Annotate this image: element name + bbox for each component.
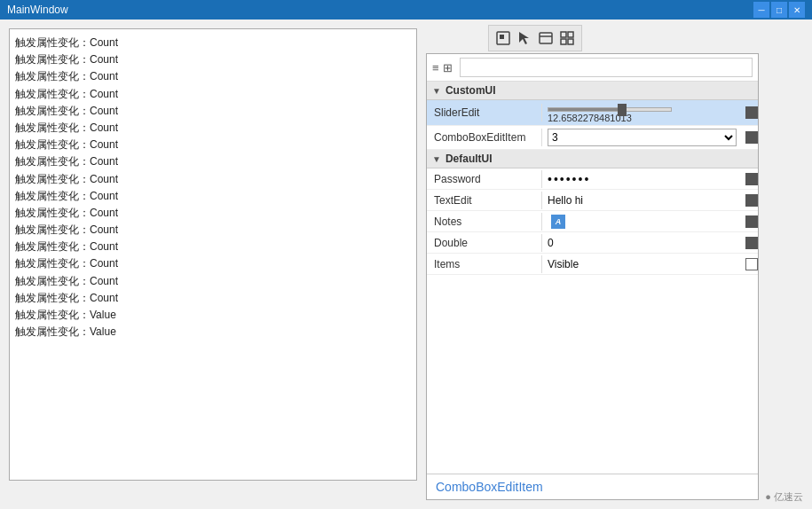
collapse-icon: ▼: [432, 86, 441, 96]
log-entry: 触发属性变化：Count: [15, 35, 411, 51]
slider-edit-checkbox[interactable]: [745, 106, 758, 119]
property-list: ▼ CustomUI SliderEdit 12.6582278481013: [427, 82, 758, 474]
log-entry: 触发属性变化：Count: [15, 68, 411, 85]
slider-edit-label: SliderEdit: [427, 104, 542, 121]
notes-label: Notes: [427, 213, 542, 231]
log-panel[interactable]: 触发属性变化：Count触发属性变化：Count触发属性变化：Count触发属性…: [9, 28, 417, 481]
notes-value[interactable]: A: [542, 212, 742, 231]
password-dots: •••••••: [548, 172, 590, 186]
password-label: Password: [427, 170, 542, 188]
text-edit-label: TextEdit: [427, 192, 542, 209]
property-search-input[interactable]: [460, 58, 753, 77]
svg-rect-5: [561, 32, 566, 37]
log-entry: 触发属性变化：Count: [15, 153, 411, 170]
svg-rect-7: [561, 39, 566, 44]
log-entry: 触发属性变化：Count: [15, 137, 411, 153]
log-entry: 触发属性变化：Count: [15, 239, 411, 255]
close-button[interactable]: ✕: [789, 2, 805, 18]
minimize-button[interactable]: ─: [753, 2, 769, 18]
log-entry: 触发属性变化：Count: [15, 171, 411, 188]
log-entry: 触发属性变化：Count: [15, 255, 411, 272]
svg-rect-6: [568, 32, 573, 37]
log-entry: 触发属性变化：Count: [15, 222, 411, 239]
maximize-button[interactable]: □: [771, 2, 787, 18]
main-content: 触发属性变化：Count触发属性变化：Count触发属性变化：Count触发属性…: [0, 20, 812, 509]
title-bar: MainWindow ─ □ ✕: [0, 0, 812, 20]
property-search-bar: ≡ ⊞: [427, 54, 758, 82]
password-value[interactable]: •••••••: [542, 169, 742, 189]
text-edit-checkbox[interactable]: [745, 194, 758, 207]
combobox-edit-row: ComboBoxEditItem 3 1 2 4: [427, 126, 758, 150]
window-tool-button[interactable]: [536, 28, 556, 48]
custom-ui-section-header[interactable]: ▼ CustomUI: [427, 82, 758, 100]
log-entry: 触发属性变化：Value: [15, 324, 411, 341]
password-row: Password •••••••: [427, 168, 758, 190]
double-checkbox[interactable]: [745, 237, 758, 249]
text-edit-value[interactable]: Hello hi: [542, 192, 742, 209]
log-entry: 触发属性变化：Count: [15, 205, 411, 222]
list-view-icon[interactable]: ≡: [432, 61, 439, 74]
slider-edit-value[interactable]: 12.6582278481013: [542, 100, 742, 125]
double-value[interactable]: 0: [542, 234, 742, 252]
floating-toolbar: [488, 25, 582, 51]
notes-row: Notes A: [427, 211, 758, 232]
items-row: Items Visible: [427, 254, 758, 275]
log-entry: 触发属性变化：Count: [15, 86, 411, 103]
log-entry: 触发属性变化：Count: [15, 273, 411, 290]
text-edit-row: TextEdit Hello hi: [427, 190, 758, 211]
log-entry: 触发属性变化：Count: [15, 290, 411, 307]
items-label: Items: [427, 255, 542, 273]
select-tool-button[interactable]: [493, 28, 513, 48]
log-entry: 触发属性变化：Count: [15, 51, 411, 68]
default-ui-label: DefaultUI: [445, 153, 493, 165]
log-entry: 触发属性变化：Count: [15, 188, 411, 205]
title-bar-controls: ─ □ ✕: [753, 2, 805, 18]
items-checkbox[interactable]: [745, 258, 758, 270]
svg-rect-8: [568, 39, 573, 44]
notes-icon: A: [551, 215, 565, 229]
svg-marker-2: [519, 32, 529, 44]
watermark: ● 亿速云: [765, 490, 803, 504]
grid-view-icon[interactable]: ⊞: [443, 61, 453, 74]
combobox-checkbox[interactable]: [745, 131, 758, 144]
log-entry: 触发属性变化：Value: [15, 307, 411, 324]
bottom-label: ComboBoxEditItem: [427, 474, 758, 499]
double-label: Double: [427, 234, 542, 252]
title-bar-label: MainWindow: [7, 4, 68, 16]
notes-checkbox[interactable]: [745, 215, 758, 228]
password-checkbox[interactable]: [745, 173, 758, 185]
slider-edit-row: SliderEdit 12.6582278481013: [427, 100, 758, 126]
collapse-icon2: ▼: [432, 154, 441, 164]
cursor-tool-button[interactable]: [515, 28, 534, 48]
default-ui-section-header[interactable]: ▼ DefaultUI: [427, 150, 758, 168]
custom-ui-label: CustomUI: [445, 84, 496, 97]
combobox-edit-select[interactable]: 3 1 2 4: [548, 129, 737, 146]
svg-rect-3: [540, 33, 552, 43]
double-row: Double 0: [427, 232, 758, 254]
svg-rect-1: [500, 35, 504, 39]
component-tool-button[interactable]: [557, 28, 577, 48]
combobox-edit-value: 3 1 2 4: [542, 126, 742, 149]
log-entry: 触发属性变化：Count: [15, 120, 411, 137]
log-entry: 触发属性变化：Count: [15, 103, 411, 120]
combobox-edit-label: ComboBoxEditItem: [427, 129, 542, 146]
property-panel: ≡ ⊞ ▼ CustomUI SliderEdit: [426, 53, 759, 500]
items-value[interactable]: Visible: [542, 255, 742, 273]
